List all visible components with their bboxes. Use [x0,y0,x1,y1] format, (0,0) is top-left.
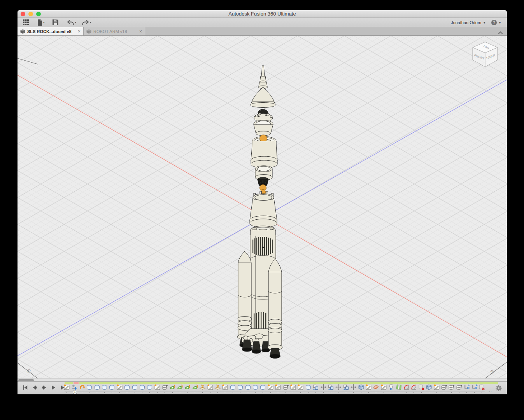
tab-label: ROBOT ARM v18 [93,29,127,34]
timeline-feature-fillet-icon[interactable] [403,384,410,390]
timeline-feature-box-icon[interactable] [86,384,93,390]
timeline-feature-fillet-icon[interactable] [410,384,417,390]
close-window-button[interactable] [21,12,25,16]
redo-caret-icon: ▾ [90,21,91,24]
timeline-items [18,382,507,394]
timeline-feature-revolve-icon[interactable] [192,384,198,390]
redo-button[interactable]: ▾ [82,20,91,25]
timeline-feature-box-icon[interactable] [237,384,244,390]
timeline-feature-presspull-icon[interactable] [282,384,289,390]
timeline-position-handle[interactable]: + [73,390,77,394]
timeline-feature-box-icon[interactable] [124,384,130,390]
app-grid-button[interactable] [23,19,29,25]
help-caret-icon: ▼ [498,21,501,24]
viewport[interactable]: 50 50 [18,36,507,378]
title-bar[interactable]: Autodesk Fusion 360 Ultimate [18,10,507,18]
timeline-feature-sketch-icon[interactable] [63,384,70,390]
timeline-settings-button[interactable] [495,385,502,393]
minimize-window-button[interactable] [28,12,33,16]
rocket-model[interactable] [228,61,309,372]
timeline-feature-sketch-icon[interactable] [222,384,228,390]
timeline-feature-box-icon[interactable] [139,384,145,390]
timeline-feature-presspull-icon[interactable] [456,384,463,390]
timeline-feature-presspull-icon[interactable] [448,384,455,390]
toolbar: ▾ ▾ ▾ Jonathan Odom [18,18,507,27]
timeline-feature-box-icon[interactable] [230,384,236,390]
help-icon: ? [491,20,497,25]
timeline-feature-box-icon[interactable] [259,384,266,390]
timeline-feature-rib-icon[interactable] [396,384,402,390]
timeline-feature-box-icon[interactable] [94,384,100,390]
timeline-feature-box-icon[interactable] [305,384,312,390]
tab-close-icon[interactable]: × [78,29,81,34]
timeline-feature-sketch-icon[interactable] [116,384,123,390]
chevron-up-icon [498,31,503,35]
timeline-feature-sketch-icon[interactable] [365,384,372,390]
user-menu[interactable]: Jonathan Odom ▼ [451,20,486,25]
timeline-feature-joint-icon[interactable] [471,384,478,390]
tab-sls-rocket[interactable]: SLS ROCK...duced v8 × [18,27,84,35]
timeline-feature-sketch-icon[interactable] [267,384,274,390]
file-button[interactable]: ▾ [37,19,45,26]
timeline-feature-component-icon[interactable] [426,384,432,390]
zoom-window-button[interactable] [36,12,41,16]
timeline-feature-split-icon[interactable] [199,384,206,390]
undo-caret-icon: ▾ [75,21,77,24]
timeline-feature-box-icon[interactable] [245,384,251,390]
timeline-overflow: ... [487,388,492,393]
document-cube-icon [86,29,91,34]
app-grid-icon [23,19,29,25]
timeline-feature-delete-icon[interactable] [478,384,485,390]
timeline-feature-sketch-icon[interactable] [297,384,304,390]
timeline-feature-presspull-icon[interactable] [441,384,447,390]
timeline-feature-joint-icon[interactable] [463,384,470,390]
timeline-bar: + ... [18,382,507,394]
tab-robot-arm[interactable]: ROBOT ARM v18 × [84,27,145,35]
redo-icon [82,20,89,25]
save-button[interactable] [53,19,58,25]
timeline-feature-move-icon[interactable] [350,384,357,390]
save-icon [53,19,58,25]
traffic-lights [21,12,41,16]
timeline-feature-box-icon[interactable] [109,384,115,390]
timeline-feature-component-icon[interactable] [358,384,365,390]
timeline-feature-copy-icon[interactable] [343,384,349,390]
timeline-feature-sketch-icon[interactable] [380,384,387,390]
timeline-feature-move-icon[interactable] [320,384,327,390]
undo-icon [67,20,74,25]
fusion360-window: Autodesk Fusion 360 Ultimate ▾ [18,10,507,394]
timeline-feature-sketch-icon[interactable] [154,384,161,390]
timeline-feature-sketch-icon[interactable] [207,384,214,390]
timeline-feature-revolve-icon[interactable] [177,384,183,390]
timeline-feature-delete-icon[interactable] [418,384,425,390]
canvas-scrollbar-thumb[interactable] [18,379,34,381]
timeline-feature-sketch-icon[interactable] [433,384,440,390]
timeline-feature-move-icon[interactable] [335,384,342,390]
view-cube[interactable]: TOP FRONT RIGHT [469,40,501,69]
timeline-feature-coil-icon[interactable] [79,384,85,390]
window-title: Autodesk Fusion 360 Ultimate [228,11,296,17]
timeline-feature-sketch-icon[interactable] [290,384,296,390]
timeline-feature-split-icon[interactable] [214,384,221,390]
timeline-feature-box-icon[interactable] [146,384,153,390]
timeline-feature-insert-icon[interactable] [71,384,77,390]
timeline-feature-copy-icon[interactable] [312,384,319,390]
gear-icon [495,385,502,392]
collapse-toolbar-button[interactable] [498,29,503,36]
tab-close-icon[interactable]: × [139,29,142,34]
timeline-feature-revolve-icon[interactable] [169,384,176,390]
document-tab-bar: SLS ROCK...duced v8 × ROBOT ARM v18 × [18,27,507,36]
timeline-feature-sweep-icon[interactable] [373,384,379,390]
timeline-feature-sketch-icon[interactable] [275,384,281,390]
help-menu[interactable]: ? ▼ [491,20,501,25]
timeline-feature-presspull-icon[interactable] [161,384,168,390]
undo-button[interactable]: ▾ [67,20,77,25]
timeline-feature-loft-icon[interactable] [388,384,394,390]
timeline-feature-copy-icon[interactable] [328,384,334,390]
timeline-feature-box-icon[interactable] [131,384,138,390]
timeline-feature-box-icon[interactable] [101,384,108,390]
canvas-scrollbar[interactable] [18,378,507,382]
timeline-feature-revolve-icon[interactable] [184,384,191,390]
timeline-feature-box-icon[interactable] [252,384,259,390]
timeline-ruler [65,392,485,392]
